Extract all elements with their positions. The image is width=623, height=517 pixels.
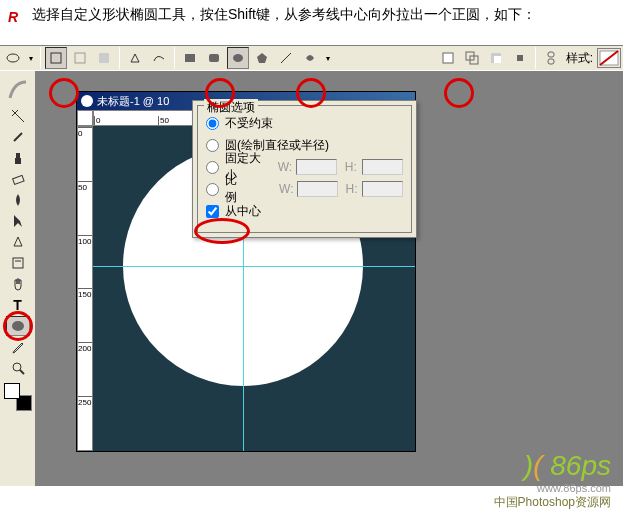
fixed-width-input[interactable] <box>296 159 337 175</box>
create-new-shape-button[interactable] <box>437 47 459 69</box>
line-icon <box>279 51 293 65</box>
svg-rect-22 <box>13 258 23 268</box>
pen-tool-button[interactable] <box>124 47 146 69</box>
svg-rect-5 <box>209 54 219 62</box>
checkbox-from-center[interactable] <box>206 205 219 218</box>
shape-options-dropdown-icon[interactable]: ▾ <box>323 54 333 63</box>
subtract-shape-button[interactable] <box>485 47 507 69</box>
watermark: )( 86ps www.86ps.com 中国Photoshop资源网 <box>494 450 611 511</box>
radio-circle[interactable] <box>206 139 219 152</box>
radio-fixed-size[interactable] <box>206 161 219 174</box>
intersect-shape-button[interactable] <box>509 47 531 69</box>
paths-button[interactable] <box>69 47 91 69</box>
polygon-shape-button[interactable] <box>251 47 273 69</box>
rectangle-icon <box>183 51 197 65</box>
option-from-center[interactable]: 从中心 <box>206 200 403 222</box>
radio-proportional[interactable] <box>206 183 219 196</box>
style-label: 样式: <box>566 50 593 67</box>
instruction-text: R 选择自定义形状椭圆工具，按住Shift键，从参考线中心向外拉出一个正圆，如下… <box>0 0 623 35</box>
svg-rect-9 <box>443 53 453 63</box>
ps-doc-icon <box>81 95 93 107</box>
rounded-rect-shape-button[interactable] <box>203 47 225 69</box>
svg-line-26 <box>20 370 24 374</box>
svg-point-24 <box>12 321 24 331</box>
svg-rect-13 <box>494 56 501 63</box>
notes-tool[interactable] <box>6 253 30 273</box>
blur-tool[interactable] <box>6 190 30 210</box>
type-tool[interactable]: T <box>6 295 30 315</box>
tool-preset-picker[interactable] <box>2 47 24 69</box>
custom-shape-button[interactable] <box>299 47 321 69</box>
brush-preview-icon <box>6 78 30 102</box>
shape-layers-button[interactable] <box>45 47 67 69</box>
document-title: 未标题-1 @ 10 <box>97 94 169 109</box>
brush-preview <box>4 75 32 105</box>
ruler-origin[interactable] <box>77 110 93 126</box>
add-shape-icon <box>465 51 479 65</box>
zoom-tool[interactable] <box>6 358 30 378</box>
style-picker[interactable] <box>597 48 621 68</box>
svg-rect-3 <box>99 53 109 63</box>
separator <box>40 47 41 69</box>
watermark-tagline: 中国Photoshop资源网 <box>494 494 611 511</box>
svg-rect-15 <box>548 52 554 57</box>
hand-tool[interactable] <box>6 274 30 294</box>
svg-point-25 <box>13 363 21 371</box>
brush-tool[interactable] <box>6 127 30 147</box>
separator <box>174 47 175 69</box>
pen-tool[interactable] <box>6 232 30 252</box>
foreground-color[interactable] <box>4 383 20 399</box>
ellipse-preset-icon <box>6 51 20 65</box>
fixed-height-input[interactable] <box>362 159 403 175</box>
fill-pixels-icon <box>97 51 111 65</box>
stamp-tool[interactable] <box>6 148 30 168</box>
rounded-rect-icon <box>207 51 221 65</box>
svg-marker-7 <box>257 53 267 63</box>
line-shape-button[interactable] <box>275 47 297 69</box>
path-select-tool[interactable] <box>6 211 30 231</box>
svg-rect-20 <box>16 153 20 158</box>
svg-rect-16 <box>548 59 554 64</box>
svg-rect-1 <box>51 53 61 63</box>
panel-title: 椭圆选项 <box>204 99 258 116</box>
prop-width-input[interactable] <box>297 181 338 197</box>
radio-unconstrained[interactable] <box>206 117 219 130</box>
new-shape-icon <box>441 51 455 65</box>
link-button[interactable] <box>540 47 562 69</box>
polygon-icon <box>255 51 269 65</box>
eraser-tool[interactable] <box>6 169 30 189</box>
prop-height-input[interactable] <box>362 181 403 197</box>
rectangle-shape-button[interactable] <box>179 47 201 69</box>
svg-line-8 <box>281 53 291 63</box>
add-to-shape-button[interactable] <box>461 47 483 69</box>
paths-icon <box>73 51 87 65</box>
fill-pixels-button[interactable] <box>93 47 115 69</box>
ellipse-options-panel: 椭圆选项 不受约束 圆(绘制直径或半径) 固定大小 W: H: 比例 W: H: <box>192 100 417 238</box>
preset-dropdown-icon[interactable]: ▾ <box>26 54 36 63</box>
guide-horizontal[interactable] <box>93 266 415 267</box>
ruler-vertical[interactable]: 050100150200250 <box>77 126 93 451</box>
separator <box>535 47 536 69</box>
svg-rect-19 <box>15 158 21 164</box>
ellipse-shape-tool[interactable] <box>6 316 30 336</box>
slice-tool[interactable] <box>6 106 30 126</box>
shape-layers-icon <box>49 51 63 65</box>
ellipse-shape-button[interactable] <box>227 47 249 69</box>
freeform-pen-button[interactable] <box>148 47 170 69</box>
intersect-shape-icon <box>513 51 527 65</box>
svg-point-6 <box>233 54 243 62</box>
svg-rect-21 <box>12 175 23 184</box>
toolbox: T <box>0 71 36 486</box>
option-proportional[interactable]: 比例 W: H: <box>206 178 403 200</box>
ellipse-icon <box>231 51 245 65</box>
color-swatches[interactable] <box>4 383 32 411</box>
pen-icon <box>128 51 142 65</box>
custom-shape-icon <box>303 51 317 65</box>
watermark-url: www.86ps.com <box>494 482 611 494</box>
eyedropper-tool[interactable] <box>6 337 30 357</box>
subtract-shape-icon <box>489 51 503 65</box>
svg-rect-4 <box>185 54 195 62</box>
separator <box>119 47 120 69</box>
options-bar: ▾ ▾ <box>0 45 623 71</box>
no-style-icon <box>599 50 619 66</box>
